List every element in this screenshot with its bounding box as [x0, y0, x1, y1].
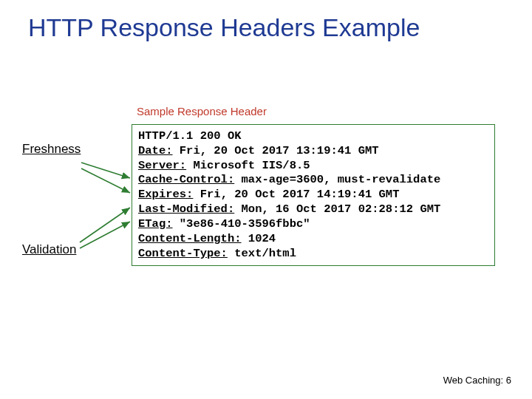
code-line-content-length: Content-Length: 1024 [138, 232, 488, 247]
svg-line-2 [80, 208, 130, 242]
page-title: HTTP Response Headers Example [0, 13, 532, 42]
svg-line-0 [81, 163, 130, 178]
slide: HTTP Response Headers Example Sample Res… [0, 0, 532, 399]
code-line-cache-control: Cache-Control: max-age=3600, must-revali… [138, 173, 488, 188]
code-line-etag: ETag: "3e86-410-3596fbbc" [138, 217, 488, 232]
slide-footer: Web Caching: 6 [443, 375, 511, 386]
code-line-status: HTTP/1.1 200 OK [138, 129, 488, 144]
label-validation: Validation [22, 242, 76, 257]
svg-line-1 [81, 168, 130, 193]
code-line-last-modified: Last-Modified: Mon, 16 Oct 2017 02:28:12… [138, 202, 488, 217]
code-line-expires: Expires: Fri, 20 Oct 2017 14:19:41 GMT [138, 188, 488, 202]
code-line-date: Date: Fri, 20 Oct 2017 13:19:41 GMT [138, 144, 488, 159]
code-caption: Sample Response Header [137, 105, 267, 117]
code-line-content-type: Content-Type: text/html [138, 247, 488, 262]
label-freshness: Freshness [22, 142, 81, 157]
code-line-server: Server: Microsoft IIS/8.5 [138, 159, 488, 174]
svg-line-3 [80, 222, 130, 248]
http-response-code: HTTP/1.1 200 OK Date: Fri, 20 Oct 2017 1… [132, 124, 495, 266]
